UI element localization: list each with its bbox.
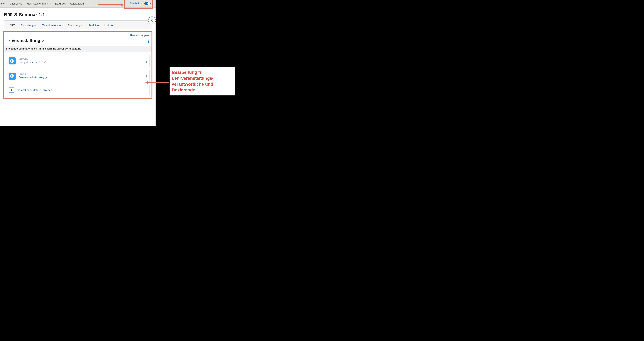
activity-item: LINK/URL Anwesenheit (Moses) •••: [6, 70, 150, 82]
nav-item-studiengang[interactable]: Mein Studiengang: [24, 0, 53, 8]
nav-item-partial[interactable]: s: [1, 0, 7, 8]
activity-title-text: Hier geht es zur LLP: [18, 61, 42, 64]
page-title: B09-S-Seminar 1.1: [4, 12, 152, 17]
activity-type-label: LINK/URL: [18, 58, 46, 60]
activity-text: LINK/URL Hier geht es zur LLP: [18, 58, 46, 64]
section-actions-menu-icon[interactable]: •••: [148, 39, 149, 43]
tab-label: Teilnehmer/innen: [42, 24, 62, 27]
app-frame: s Dashboard Mein Studiengang EVABOX Kurs…: [0, 0, 156, 126]
callout-line: Lehrveranstaltungs-: [172, 75, 232, 81]
annotation-arrow-left-icon: [145, 80, 170, 84]
tab-teilnehmer[interactable]: Teilnehmer/innen: [39, 22, 65, 29]
activity-actions-menu-icon[interactable]: •••: [146, 75, 147, 79]
activity-title-link[interactable]: Anwesenheit (Moses): [18, 76, 48, 79]
course-tabs: Kurs Einstellungen Teilnehmer/innen Bewe…: [4, 21, 152, 30]
tab-einstellungen[interactable]: Einstellungen: [18, 22, 39, 29]
nav-item-label: Dashboard: [10, 2, 22, 5]
nav-item-kurskatalog[interactable]: Kurskatalog: [68, 0, 86, 8]
annotation-callout: Bearbeitung für Lehrveranstaltungs- vera…: [170, 67, 234, 96]
edit-activity-icon[interactable]: [45, 76, 48, 79]
chevron-down-icon: [111, 25, 113, 26]
search-icon[interactable]: [86, 2, 94, 5]
collapse-all-link[interactable]: Alles einklappen: [5, 33, 150, 37]
section-header: Veranstaltung •••: [6, 38, 150, 44]
tab-label: Bewertungen: [68, 24, 84, 27]
activity-title-text: Anwesenheit (Moses): [18, 76, 44, 79]
edit-mode-toggle[interactable]: [144, 2, 150, 5]
tab-label: Mehr: [104, 24, 110, 27]
tab-label: Kurs: [10, 24, 15, 27]
edit-mode-label: Bearbeiten: [130, 2, 142, 5]
activity-text: LINK/URL Anwesenheit (Moses): [18, 73, 48, 79]
callout-line: Dozierende: [172, 87, 232, 93]
section-title: Veranstaltung: [12, 38, 40, 43]
tab-mehr[interactable]: Mehr: [102, 22, 116, 29]
chevron-down-icon: [49, 3, 50, 5]
add-activity-button[interactable]: + Aktivität oder Material anlegen: [6, 85, 150, 95]
nav-item-label: EVABOX: [55, 2, 66, 5]
nav-item-label: Mein Studiengang: [27, 2, 48, 5]
annotation-arrow-right-icon: [98, 3, 124, 7]
svg-point-0: [89, 3, 91, 4]
section-collapse-icon[interactable]: [7, 40, 10, 42]
activity-list: LINK/URL Hier geht es zur LLP •••: [5, 52, 150, 96]
plus-icon: +: [9, 88, 14, 93]
activity-title-link[interactable]: Hier geht es zur LLP: [18, 61, 46, 64]
edit-title-icon[interactable]: [42, 39, 45, 42]
nav-item-dashboard[interactable]: Dashboard: [7, 0, 24, 8]
callout-line: verantwortliche und: [172, 81, 232, 87]
chevron-down-icon: [3, 3, 5, 5]
tab-bewertungen[interactable]: Bewertungen: [65, 22, 86, 29]
add-activity-label: Aktivität oder Material anlegen: [17, 89, 52, 92]
edit-activity-icon[interactable]: [44, 61, 46, 64]
edit-mode-block: Bearbeiten: [128, 1, 153, 6]
drawer-collapse-button[interactable]: [148, 17, 156, 24]
url-activity-icon: [8, 73, 16, 80]
activity-type-label: LINK/URL: [18, 73, 48, 75]
nav-item-evabox[interactable]: EVABOX: [53, 0, 68, 8]
tab-label: Berichte: [89, 24, 99, 27]
top-nav: s Dashboard Mein Studiengang EVABOX Kurs…: [0, 0, 156, 8]
section-banner: Bleibende Lernmaterialien für alle Termi…: [4, 46, 152, 52]
page-area: B09-S-Seminar 1.1 Kurs Einstellungen Tei…: [0, 12, 156, 30]
activity-item: LINK/URL Hier geht es zur LLP •••: [6, 55, 150, 67]
tab-berichte[interactable]: Berichte: [86, 22, 102, 29]
nav-item-label: Kurskatalog: [70, 2, 84, 5]
tab-kurs[interactable]: Kurs: [7, 21, 18, 29]
annotation-highlight-content: Alles einklappen Veranstaltung ••• Bleib…: [3, 31, 152, 99]
tab-label: Einstellungen: [21, 24, 36, 27]
svg-line-1: [91, 4, 91, 5]
callout-line: Bearbeitung für: [172, 70, 232, 75]
url-activity-icon: [8, 57, 16, 65]
activity-actions-menu-icon[interactable]: •••: [146, 60, 147, 63]
nav-item-partial-label: s: [1, 2, 3, 5]
